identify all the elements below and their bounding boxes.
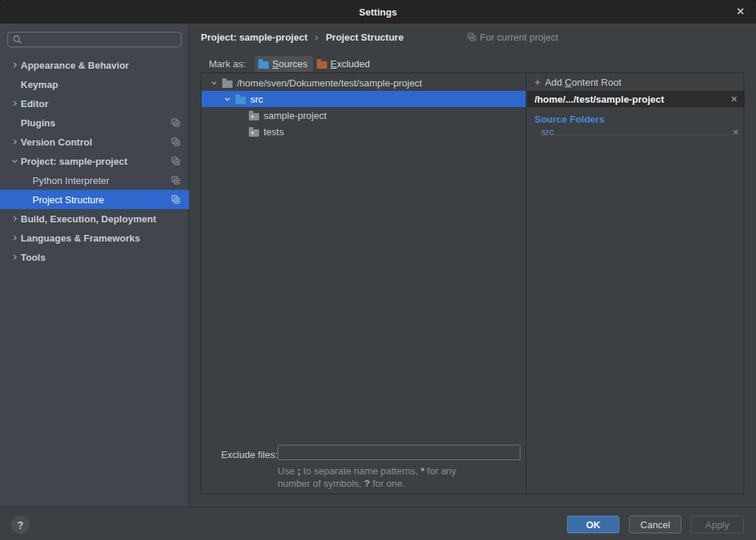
mark-as-sources-button[interactable]: Sources [255, 56, 313, 72]
chevron-down-icon [9, 158, 21, 164]
source-folder-name: src [541, 126, 554, 137]
sidebar-item-appearance-behavior[interactable]: Appearance & Behavior [0, 55, 189, 75]
sidebar-item-label: Editor [21, 98, 49, 109]
content-roots-panel: + Add Content Root /home/.../test/sample… [527, 73, 745, 493]
settings-sidebar: Appearance & Behavior Keymap Editor Plug… [0, 24, 189, 507]
add-content-root-button[interactable]: + Add Content Root [527, 73, 745, 91]
folder-icon [249, 129, 259, 137]
sidebar-item-label: Version Control [21, 137, 92, 148]
sidebar-item-label: Build, Execution, Deployment [21, 213, 156, 225]
remove-content-root-icon[interactable]: ✕ [731, 95, 738, 104]
apply-button[interactable]: Apply [691, 516, 743, 533]
chevron-right-icon [9, 100, 21, 106]
scope-label: For current project [480, 32, 558, 43]
dialog-title: Settings [359, 7, 396, 18]
exclude-files-hint: Use ; to separate name patterns, * for a… [278, 465, 499, 490]
mark-as-excluded-button[interactable]: Excluded [313, 56, 375, 72]
settings-nav: Appearance & Behavior Keymap Editor Plug… [0, 55, 189, 267]
per-project-settings-icon [171, 176, 180, 185]
settings-content: Project: sample-project › Project Struct… [190, 24, 756, 507]
sources-folder-icon [258, 61, 269, 69]
sidebar-item-label: Project Structure [32, 194, 104, 205]
sidebar-item-label: Keymap [21, 79, 58, 90]
add-content-root-label: Add Content Root [545, 77, 621, 88]
sidebar-item-label: Project: sample-project [21, 156, 128, 167]
sidebar-item-tools[interactable]: Tools [0, 247, 189, 267]
titlebar: Settings ✕ [0, 0, 756, 24]
sidebar-item-plugins[interactable]: Plugins [0, 113, 189, 132]
breadcrumb-project[interactable]: Project: sample-project [201, 32, 308, 43]
per-project-settings-icon [171, 118, 180, 127]
mark-as-excluded-label: Excluded [331, 58, 370, 69]
chevron-down-icon [222, 96, 233, 102]
exclude-files-input[interactable] [278, 445, 520, 460]
settings-dialog: Settings ✕ Appearance & Behavior Keymap [0, 0, 756, 540]
per-project-settings-icon [171, 195, 180, 204]
help-button[interactable]: ? [11, 516, 30, 534]
search-input[interactable] [7, 32, 182, 47]
sidebar-item-keymap[interactable]: Keymap [0, 75, 189, 94]
sidebar-item-python-interpreter[interactable]: Python Interpreter [0, 171, 189, 190]
exclude-files-label: Exclude files: [209, 449, 278, 460]
per-project-settings-icon [171, 137, 180, 146]
sidebar-item-label: Python Interpreter [32, 175, 109, 186]
scope-indicator: For current project [467, 30, 558, 44]
tree-child-label: tests [264, 126, 284, 137]
sidebar-item-label: Tools [21, 252, 46, 263]
breadcrumb-page-title: Project Structure [326, 32, 403, 43]
dialog-footer: ? OK Cancel Apply [0, 507, 756, 540]
sidebar-item-build-execution-deployment[interactable]: Build, Execution, Deployment [0, 209, 189, 228]
tree-src-label: src [250, 94, 263, 105]
folder-icon [222, 81, 233, 88]
breadcrumb: Project: sample-project › Project Struct… [201, 30, 404, 44]
structure-panels: /home/sven/Dokumente/test/sample-project… [201, 72, 744, 494]
chevron-right-icon [9, 235, 21, 241]
mark-as-toolbar: Mark as: Sources Excluded [209, 54, 375, 73]
tree-row-sample-project[interactable]: sample-project [202, 107, 526, 123]
sidebar-item-version-control[interactable]: Version Control [0, 132, 189, 151]
excluded-folder-icon [317, 61, 327, 69]
tree-root-path: /home/sven/Dokumente/test/sample-project [237, 78, 422, 89]
dotted-leader [555, 134, 729, 135]
search-icon [13, 35, 22, 44]
chevron-right-icon [9, 254, 21, 260]
content-root-path: /home/.../test/sample-project [535, 94, 664, 105]
per-project-settings-icon [467, 33, 476, 41]
source-folder-item[interactable]: src ✕ [527, 126, 745, 141]
cancel-button[interactable]: Cancel [629, 516, 681, 533]
tree-row-tests[interactable]: tests [202, 123, 526, 140]
sidebar-item-project-structure[interactable]: Project Structure [0, 190, 189, 209]
mark-as-sources-label: Sources [272, 58, 308, 69]
sidebar-item-label: Plugins [21, 117, 55, 129]
remove-source-folder-icon[interactable]: ✕ [732, 128, 739, 137]
close-icon[interactable]: ✕ [734, 5, 747, 18]
ok-button[interactable]: OK [567, 516, 619, 533]
sidebar-item-project-sample-project[interactable]: Project: sample-project [0, 151, 189, 171]
sidebar-item-editor[interactable]: Editor [0, 94, 189, 113]
chevron-right-icon [9, 216, 21, 222]
tree-child-label: sample-project [264, 110, 326, 121]
question-mark-icon: ? [17, 519, 24, 531]
mark-as-label: Mark as: [209, 58, 246, 69]
settings-search-field[interactable] [25, 35, 173, 45]
per-project-settings-icon [171, 157, 180, 165]
plus-icon: + [535, 76, 540, 88]
tree-row-src[interactable]: src [202, 91, 526, 107]
sidebar-item-languages-frameworks[interactable]: Languages & Frameworks [0, 228, 189, 247]
sidebar-item-label: Appearance & Behavior [21, 60, 129, 71]
breadcrumb-separator-icon: › [315, 31, 319, 43]
source-folders-heading: Source Folders [527, 107, 745, 126]
chevron-down-icon [209, 80, 219, 86]
folder-icon [249, 113, 259, 120]
source-folder-icon [236, 97, 246, 104]
content-root-tree: /home/sven/Dokumente/test/sample-project… [202, 73, 526, 493]
chevron-right-icon [9, 139, 21, 145]
chevron-right-icon [9, 62, 21, 68]
tree-row-root[interactable]: /home/sven/Dokumente/test/sample-project [202, 75, 526, 91]
sidebar-item-label: Languages & Frameworks [21, 233, 140, 244]
content-root-item[interactable]: /home/.../test/sample-project ✕ [527, 91, 745, 107]
